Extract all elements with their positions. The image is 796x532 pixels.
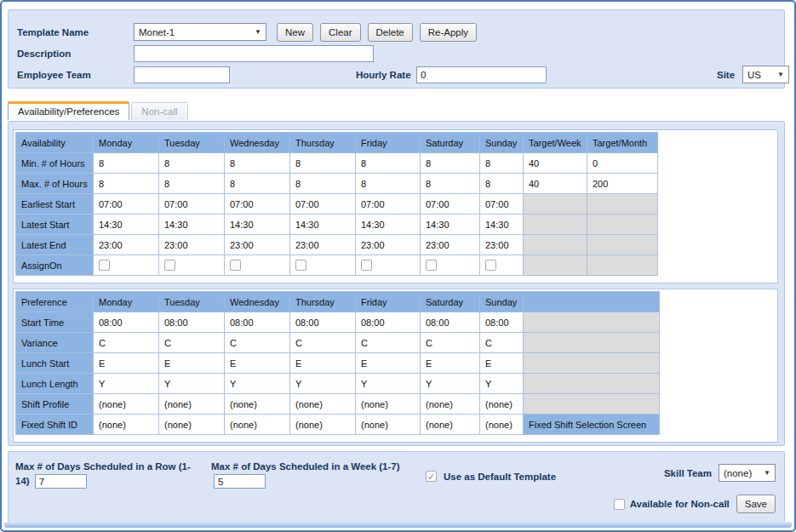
assignon-checkbox[interactable] bbox=[230, 260, 241, 271]
grid-cell[interactable]: E bbox=[480, 353, 524, 374]
grid-cell[interactable]: 8 bbox=[225, 174, 290, 194]
grid-cell[interactable]: 14:30 bbox=[159, 215, 225, 235]
grid-cell[interactable]: 07:00 bbox=[159, 194, 225, 215]
site-select[interactable]: US ▼ bbox=[742, 66, 789, 83]
grid-cell[interactable]: 8 bbox=[421, 153, 480, 174]
grid-cell[interactable]: (none) bbox=[290, 415, 356, 435]
assignon-checkbox[interactable] bbox=[426, 260, 437, 271]
grid-cell[interactable]: 23:00 bbox=[421, 235, 480, 255]
grid-cell[interactable]: 08:00 bbox=[225, 312, 290, 333]
grid-cell[interactable]: 23:00 bbox=[356, 235, 421, 255]
grid-cell[interactable]: 14:30 bbox=[480, 215, 524, 235]
grid-cell[interactable]: 8 bbox=[94, 174, 159, 194]
tab-non-call[interactable]: Non-call bbox=[131, 102, 187, 120]
grid-cell[interactable]: (none) bbox=[356, 415, 421, 435]
grid-cell[interactable]: 14:30 bbox=[356, 215, 421, 235]
assignon-checkbox[interactable] bbox=[99, 260, 110, 271]
employee-team-input[interactable] bbox=[134, 66, 230, 83]
max-days-week-input[interactable] bbox=[214, 474, 266, 489]
grid-cell[interactable]: 14:30 bbox=[94, 215, 159, 235]
grid-cell[interactable]: C bbox=[94, 333, 159, 353]
grid-cell[interactable]: (none) bbox=[421, 394, 480, 415]
grid-cell[interactable]: 08:00 bbox=[356, 312, 421, 333]
grid-cell[interactable]: E bbox=[290, 353, 356, 374]
assignon-checkbox[interactable] bbox=[361, 260, 372, 271]
grid-cell[interactable]: E bbox=[421, 353, 480, 374]
max-days-row-input[interactable] bbox=[35, 474, 87, 489]
grid-cell[interactable]: (none) bbox=[290, 394, 356, 415]
grid-cell[interactable]: 14:30 bbox=[290, 215, 356, 235]
grid-cell[interactable]: 8 bbox=[290, 153, 356, 174]
grid-cell[interactable]: 08:00 bbox=[159, 312, 225, 333]
clear-button[interactable]: Clear bbox=[320, 23, 360, 42]
grid-cell[interactable]: E bbox=[225, 353, 290, 374]
grid-cell[interactable]: C bbox=[356, 333, 421, 353]
tab-availability-preferences[interactable]: Availability/Preferences bbox=[8, 101, 129, 120]
assignon-checkbox[interactable] bbox=[164, 260, 175, 271]
fixed-shift-selection-button[interactable]: Fixed Shift Selection Screen bbox=[524, 415, 660, 435]
grid-cell[interactable]: 8 bbox=[480, 174, 524, 194]
grid-cell[interactable]: 40 bbox=[524, 153, 587, 174]
grid-cell[interactable]: 23:00 bbox=[94, 235, 159, 255]
grid-cell[interactable]: C bbox=[225, 333, 290, 353]
grid-cell[interactable]: (none) bbox=[94, 415, 159, 435]
template-name-select[interactable]: Monet-1 ▼ bbox=[134, 23, 266, 41]
grid-cell[interactable]: (none) bbox=[421, 415, 480, 435]
grid-cell[interactable]: (none) bbox=[159, 394, 225, 415]
grid-cell[interactable]: 40 bbox=[524, 174, 587, 194]
grid-cell[interactable]: 23:00 bbox=[290, 235, 356, 255]
grid-cell[interactable]: C bbox=[159, 333, 225, 353]
grid-cell[interactable]: 8 bbox=[159, 153, 225, 174]
grid-cell[interactable]: 07:00 bbox=[356, 194, 421, 215]
grid-cell[interactable]: 14:30 bbox=[421, 215, 480, 235]
grid-cell[interactable]: Y bbox=[225, 374, 290, 394]
grid-cell[interactable]: 8 bbox=[421, 174, 480, 194]
grid-cell[interactable]: (none) bbox=[225, 394, 290, 415]
grid-cell[interactable]: Y bbox=[421, 374, 480, 394]
description-input[interactable] bbox=[134, 45, 374, 62]
grid-cell[interactable]: 07:00 bbox=[225, 194, 290, 215]
new-button[interactable]: New bbox=[277, 23, 313, 42]
grid-cell[interactable]: (none) bbox=[159, 415, 225, 435]
hourly-rate-input[interactable] bbox=[416, 66, 547, 83]
grid-cell[interactable]: 8 bbox=[159, 174, 225, 194]
grid-cell[interactable]: E bbox=[159, 353, 225, 374]
grid-cell[interactable]: 07:00 bbox=[94, 194, 159, 215]
grid-cell[interactable]: 23:00 bbox=[480, 235, 524, 255]
grid-cell[interactable]: 23:00 bbox=[225, 235, 290, 255]
grid-cell[interactable]: 8 bbox=[480, 153, 524, 174]
grid-cell[interactable]: (none) bbox=[356, 394, 421, 415]
grid-cell[interactable]: (none) bbox=[480, 394, 524, 415]
grid-cell[interactable]: 08:00 bbox=[480, 312, 524, 333]
grid-cell[interactable]: (none) bbox=[225, 415, 290, 435]
available-noncall-checkbox[interactable] bbox=[614, 499, 625, 510]
grid-cell[interactable]: 8 bbox=[225, 153, 290, 174]
grid-cell[interactable]: 07:00 bbox=[421, 194, 480, 215]
grid-cell[interactable]: 200 bbox=[587, 174, 658, 194]
reapply-button[interactable]: Re-Apply bbox=[420, 23, 477, 42]
save-button[interactable]: Save bbox=[736, 495, 776, 513]
grid-cell[interactable]: 07:00 bbox=[480, 194, 524, 215]
grid-cell[interactable]: 07:00 bbox=[290, 194, 356, 215]
grid-cell[interactable]: 8 bbox=[290, 174, 356, 194]
grid-cell[interactable]: E bbox=[94, 353, 159, 374]
grid-cell[interactable]: 0 bbox=[587, 153, 658, 174]
assignon-checkbox[interactable] bbox=[295, 260, 306, 271]
grid-cell[interactable]: C bbox=[290, 333, 356, 353]
grid-cell[interactable]: 08:00 bbox=[290, 312, 356, 333]
grid-cell[interactable]: 8 bbox=[94, 153, 159, 174]
grid-cell[interactable]: E bbox=[356, 353, 421, 374]
delete-button[interactable]: Delete bbox=[368, 23, 413, 42]
grid-cell[interactable]: 8 bbox=[356, 174, 421, 194]
grid-cell[interactable]: 08:00 bbox=[94, 312, 159, 333]
grid-cell[interactable]: Y bbox=[159, 374, 225, 394]
grid-cell[interactable]: 08:00 bbox=[421, 312, 480, 333]
assignon-checkbox[interactable] bbox=[485, 260, 496, 271]
grid-cell[interactable]: 23:00 bbox=[159, 235, 225, 255]
use-default-template-checkbox[interactable] bbox=[426, 471, 437, 482]
grid-cell[interactable]: 14:30 bbox=[225, 215, 290, 235]
skill-team-select[interactable]: (none) ▼ bbox=[719, 464, 776, 482]
grid-cell[interactable]: (none) bbox=[480, 415, 524, 435]
grid-cell[interactable]: 8 bbox=[356, 153, 421, 174]
grid-cell[interactable]: C bbox=[421, 333, 480, 353]
